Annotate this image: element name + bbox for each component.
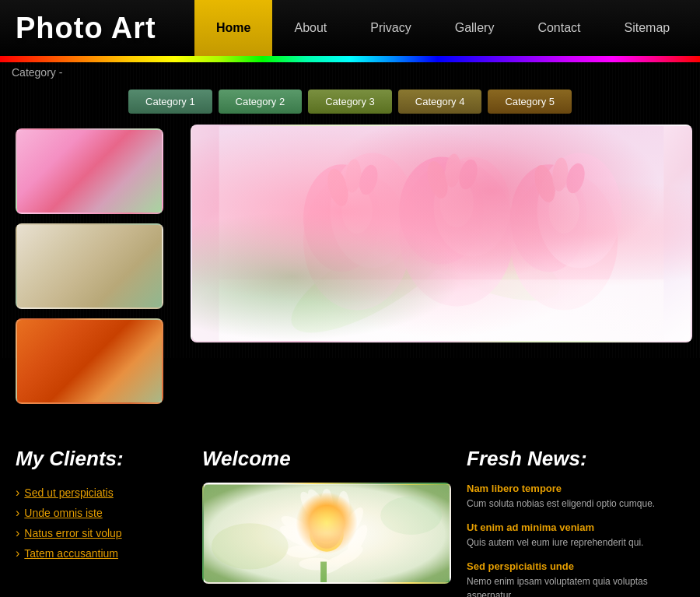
svg-point-19 [444,153,462,188]
camera-area [16,587,187,597]
svg-rect-53 [320,562,327,584]
svg-point-54 [212,523,289,569]
color-band [0,56,700,62]
svg-point-3 [303,172,411,310]
svg-point-10 [510,164,587,272]
svg-point-51 [313,521,341,549]
bottom-sections: My Clients: Sed ut perspiciatis Unde omn… [0,423,700,597]
category-label: Category - [0,62,700,79]
category-tab-4[interactable]: Category 4 [398,90,482,114]
svg-point-14 [549,188,579,234]
category-tab-3[interactable]: Category 3 [308,90,392,114]
page-wrapper: Photo Art Home About Privacy Gallery Con… [0,0,700,597]
svg-point-50 [310,518,343,551]
nav-gallery[interactable]: Gallery [433,0,516,56]
thumbnail-orange-roses[interactable] [16,318,163,404]
nav-about[interactable]: About [272,0,348,56]
svg-point-7 [399,156,483,264]
news-desc-2: Quis autem vel eum iure reprehenderit qu… [467,536,684,550]
svg-point-15 [324,167,352,209]
main-nav: Home About Privacy Gallery Contact Sitem… [194,0,700,56]
list-item: Sed ut perspiciatis [16,483,187,503]
welcome-heading: Welcome [202,447,451,471]
nav-sitemap[interactable]: Sitemap [603,0,692,56]
news-title-3: Sed perspiciaitis unde [467,560,684,572]
svg-point-46 [317,550,352,578]
left-sidebar [8,125,179,408]
svg-point-11 [537,153,621,269]
svg-point-12 [341,188,372,234]
svg-rect-37 [204,485,450,584]
svg-point-42 [277,522,313,550]
svg-rect-0 [219,126,664,341]
svg-point-17 [356,163,380,197]
svg-point-2 [406,212,569,315]
client-link-1[interactable]: Sed ut perspiciatis [24,486,113,499]
site-title-area: Photo Art [0,0,194,56]
news-title-1: Nam libero tempore [467,483,684,494]
svg-point-16 [344,159,362,194]
main-featured-image [191,125,692,342]
svg-point-4 [303,164,380,272]
main-image-svg [192,126,691,341]
svg-point-5 [331,153,415,269]
svg-point-21 [531,163,559,205]
svg-point-22 [551,157,569,192]
welcome-thumbnail [202,483,451,584]
news-desc-3: Nemo enim ipsam voluptatem quia voluptas… [467,574,684,597]
svg-point-18 [424,159,452,201]
svg-point-38 [320,489,333,522]
svg-point-44 [338,491,350,525]
clients-heading: My Clients: [16,447,187,471]
news-title-2: Ut enim ad minima veniam [467,521,684,533]
main-content [0,125,700,423]
svg-point-45 [344,522,371,558]
news-item-1: Nam libero tempore Cum soluta nobias est… [467,483,684,511]
client-link-2[interactable]: Unde omnis iste [24,507,102,519]
header: Photo Art Home About Privacy Gallery Con… [0,0,700,56]
svg-point-49 [304,486,331,522]
nav-privacy[interactable]: Privacy [348,0,432,56]
site-title: Photo Art [16,12,156,45]
news-desc-1: Cum soluta nobias est eligendi optio cum… [467,497,684,511]
fresh-news-section: Fresh News: Nam libero tempore Cum solut… [467,447,684,597]
camera-icon [39,587,163,597]
svg-point-55 [380,497,442,535]
news-item-2: Ut enim ad minima veniam Quis autem vel … [467,521,684,550]
news-item-3: Sed perspiciaitis unde Nemo enim ipsam v… [467,560,684,597]
nav-contact[interactable]: Contact [516,0,602,56]
list-item: Tatem accusantium [16,543,187,564]
category-bar: Category 1 Category 2 Category 3 Categor… [0,79,700,125]
fresh-news-heading: Fresh News: [467,447,684,471]
svg-point-9 [510,172,618,310]
client-link-3[interactable]: Natus error sit volup [24,527,121,539]
clients-section: My Clients: Sed ut perspiciatis Unde omn… [16,447,187,597]
nav-home[interactable]: Home [194,0,272,56]
thumbnail-white-flowers[interactable] [16,223,163,309]
clients-list: Sed ut perspiciatis Unde omnis iste Natu… [16,483,187,564]
client-link-4[interactable]: Tatem accusantium [24,547,118,560]
central-area [191,125,692,408]
svg-point-1 [278,207,467,341]
svg-point-13 [440,178,474,227]
svg-point-48 [278,512,314,539]
svg-point-52 [317,525,336,544]
daisy-image [204,484,450,584]
svg-point-6 [399,160,514,306]
svg-point-43 [297,489,324,525]
svg-rect-24 [219,279,664,341]
category-tab-5[interactable]: Category 5 [488,90,572,114]
welcome-section: Welcome [202,447,451,597]
list-item: Natus error sit volup [16,523,187,543]
svg-point-41 [299,558,332,571]
svg-point-8 [434,156,511,256]
svg-point-40 [331,543,366,570]
category-tab-1[interactable]: Category 1 [128,90,212,114]
svg-point-47 [286,546,320,558]
svg-point-20 [456,157,480,191]
category-tab-2[interactable]: Category 2 [219,90,303,114]
svg-point-23 [563,161,587,195]
svg-point-39 [339,505,366,541]
list-item: Unde omnis iste [16,503,187,523]
thumbnail-pink-flowers[interactable] [16,128,163,214]
